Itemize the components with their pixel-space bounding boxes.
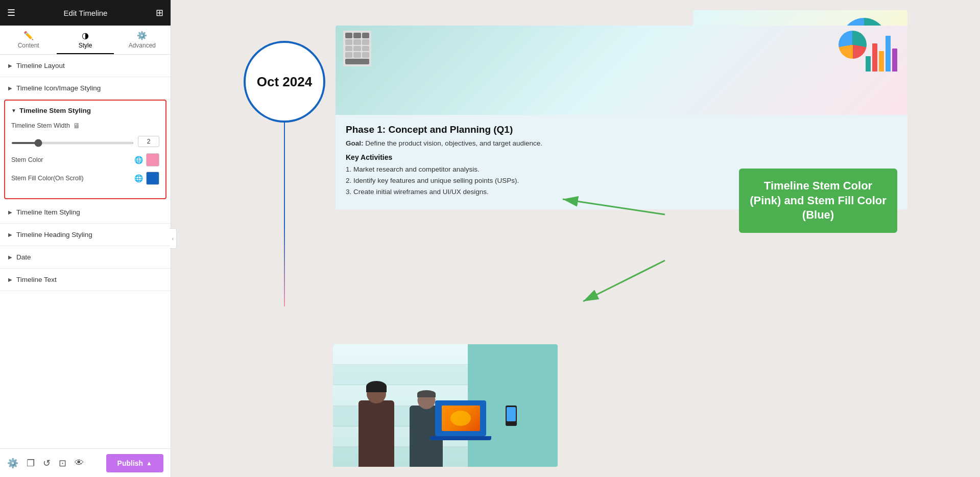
stem-width-slider-container — [11, 136, 159, 147]
arrow-right-icon-4: ▶ — [8, 232, 12, 237]
globe-icon-fill[interactable]: 🌐 — [134, 174, 143, 182]
timeline-item-label: Timeline Item Styling — [16, 208, 80, 216]
sidebar-footer: ⚙️ ❐ ↺ ⊡ 👁 Publish ▲ — [0, 448, 171, 477]
arrow-right-icon-6: ▶ — [8, 277, 12, 282]
icon-image-label: Timeline Icon/Image Styling — [16, 84, 101, 92]
settings-icon[interactable]: ⚙️ — [7, 458, 18, 469]
publish-label: Publish — [117, 459, 144, 467]
footer-icons: ⚙️ ❐ ↺ ⊡ 👁 — [7, 458, 84, 469]
collapse-handle[interactable]: ‹ — [170, 228, 177, 249]
stem-color-swatch[interactable] — [146, 153, 159, 166]
arrow-right-icon: ▶ — [8, 63, 12, 68]
stem-width-slider-row — [11, 136, 159, 147]
stem-fill-color-label: Stem Fill Color(On Scroll) — [11, 175, 84, 182]
tab-advanced[interactable]: ⚙️ Advanced — [114, 26, 171, 54]
laptop-base — [430, 436, 491, 440]
stem-fill-color-controls: 🌐 — [134, 172, 159, 185]
sidebar-item-timeline-item[interactable]: ▶ Timeline Item Styling — [0, 201, 171, 224]
sidebar-item-timeline-text[interactable]: ▶ Timeline Text — [0, 269, 171, 291]
tab-content-label: Content — [18, 42, 39, 49]
stem-panel-header[interactable]: ▼ Timeline Stem Styling — [11, 107, 159, 114]
stem-fill-color-row: Stem Fill Color(On Scroll) 🌐 — [11, 172, 159, 185]
undo-icon[interactable]: ↺ — [43, 458, 51, 469]
hamburger-icon[interactable]: ☰ — [7, 7, 15, 18]
stem-color-row: Stem Color 🌐 — [11, 153, 159, 166]
timeline-date-text: Oct 2024 — [257, 74, 312, 90]
annotation-box: Timeline Stem Color (Pink) and Stem Fill… — [739, 169, 897, 233]
publish-button[interactable]: Publish ▲ — [106, 454, 163, 472]
tab-content[interactable]: ✏️ Content — [0, 26, 57, 54]
timeline-stem — [284, 123, 285, 306]
content-goal: Goal: Define the product vision, objecti… — [346, 139, 897, 147]
arrow-down-icon: ▼ — [11, 108, 16, 113]
arrow-right-icon-5: ▶ — [8, 254, 12, 260]
timeline-heading-label: Timeline Heading Styling — [16, 231, 92, 238]
annotation-text: Timeline Stem Color (Pink) and Stem Fill… — [750, 179, 887, 221]
main-content: Oct 2024 — [171, 0, 980, 477]
image-pie — [839, 31, 867, 59]
content-image — [336, 26, 907, 115]
timeline-layout-label: Timeline Layout — [16, 62, 65, 69]
calculator-icon — [343, 31, 371, 66]
sidebar-title: Edit Timeline — [64, 9, 108, 17]
sidebar-sections: ▶ Timeline Layout ▶ Timeline Icon/Image … — [0, 55, 171, 448]
goal-text: Define the product vision, objectives, a… — [365, 139, 542, 147]
bottom-image — [333, 344, 558, 467]
stem-width-label: Timeline Stem Width — [11, 122, 70, 129]
sidebar-item-timeline-heading[interactable]: ▶ Timeline Heading Styling — [0, 224, 171, 246]
sidebar-header: ☰ Edit Timeline ⊞ — [0, 0, 171, 26]
activities-heading: Key Activities — [346, 153, 897, 161]
tab-style-label: Style — [79, 42, 92, 49]
monitor-icon: 🖥 — [73, 122, 80, 130]
sidebar-item-date[interactable]: ▶ Date — [0, 246, 171, 269]
tab-style[interactable]: ◑ Style — [57, 26, 113, 54]
layers-icon[interactable]: ❐ — [27, 458, 35, 469]
image-bar-chart — [866, 31, 897, 71]
half-circle-icon: ◑ — [82, 31, 89, 40]
person1-body — [358, 400, 394, 467]
stem-width-row: Timeline Stem Width 🖥 — [11, 122, 159, 130]
tabs-row: ✏️ Content ◑ Style ⚙️ Advanced — [0, 26, 171, 55]
phone-screen — [507, 407, 516, 421]
phone-image — [506, 406, 517, 426]
canvas-area: Oct 2024 — [244, 10, 907, 467]
stem-width-input[interactable] — [138, 136, 159, 147]
timeline-circle-area: Oct 2024 — [244, 41, 325, 306]
laptop-food-image — [442, 406, 480, 431]
sidebar: ☰ Edit Timeline ⊞ ✏️ Content ◑ Style ⚙️ … — [0, 0, 171, 477]
timeline-text-label: Timeline Text — [16, 276, 57, 283]
stem-fill-color-swatch[interactable] — [146, 172, 159, 185]
arrow-right-icon-2: ▶ — [8, 85, 12, 91]
date-label: Date — [16, 253, 31, 261]
grid-icon[interactable]: ⊞ — [156, 7, 163, 18]
laptop-screen — [435, 400, 486, 436]
gear-small-icon: ⚙️ — [137, 31, 147, 40]
stem-width-slider[interactable] — [11, 142, 134, 144]
person2-hair — [417, 390, 436, 397]
arrow-right-icon-3: ▶ — [8, 209, 12, 215]
globe-icon-stem[interactable]: 🌐 — [134, 156, 143, 164]
timeline-date-circle: Oct 2024 — [244, 41, 325, 123]
stem-width-slider-wrap — [11, 137, 134, 146]
tab-advanced-label: Advanced — [129, 42, 156, 49]
stem-styling-panel: ▼ Timeline Stem Styling Timeline Stem Wi… — [4, 100, 166, 199]
pencil-icon: ✏️ — [23, 31, 34, 40]
sidebar-item-timeline-layout[interactable]: ▶ Timeline Layout — [0, 55, 171, 77]
stem-color-label: Stem Color — [11, 156, 43, 163]
person1-hair — [366, 381, 387, 392]
stem-panel-title-text: Timeline Stem Styling — [19, 107, 91, 114]
stem-width-label-group: Timeline Stem Width 🖥 — [11, 122, 80, 130]
stem-color-controls: 🌐 — [134, 153, 159, 166]
timeline-wrapper: Oct 2024 — [244, 26, 907, 306]
chevron-up-icon: ▲ — [146, 460, 152, 467]
responsive-icon[interactable]: ⊡ — [59, 458, 66, 469]
sidebar-item-icon-image[interactable]: ▶ Timeline Icon/Image Styling — [0, 77, 171, 100]
goal-label: Goal: — [346, 139, 364, 147]
eye-icon[interactable]: 👁 — [75, 458, 84, 468]
content-title: Phase 1: Concept and Planning (Q1) — [346, 124, 897, 135]
